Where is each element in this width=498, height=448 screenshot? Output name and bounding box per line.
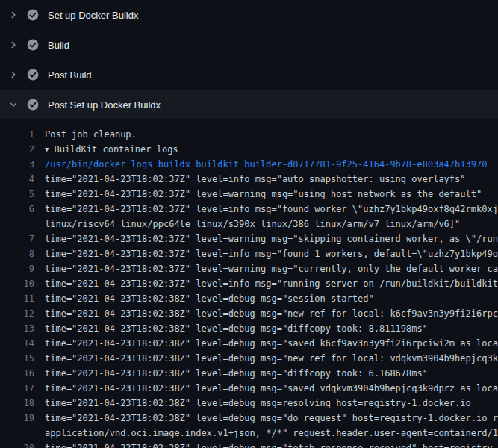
log-line-number[interactable]: 11 (0, 291, 34, 306)
log-line: 15 ▼time="2021-04-23T18:02:38Z" level=de… (0, 351, 498, 366)
check-circle-icon (27, 69, 39, 81)
log-line: 2 ▼BuildKit container logs (0, 142, 498, 157)
log-line-body: time="2021-04-23T18:02:37Z" level=info m… (45, 249, 498, 259)
log-line-body: time="2021-04-23T18:02:38Z" level=debug … (45, 293, 374, 304)
log-line: 9 ▼time="2021-04-23T18:02:37Z" level=war… (0, 261, 498, 276)
log-line-number[interactable]: 15 (0, 351, 34, 366)
log-line-text: ▼time="2021-04-23T18:02:38Z" level=debug… (34, 366, 498, 381)
log-line-number[interactable]: 19 (0, 411, 34, 426)
group-toggle-icon[interactable]: ▼ (45, 146, 49, 153)
log-line-number[interactable]: 2 (0, 142, 34, 157)
log-line: 4 ▼time="2021-04-23T18:02:37Z" level=inf… (0, 172, 498, 187)
log-line: 17 ▼time="2021-04-23T18:02:38Z" level=de… (0, 381, 498, 396)
log-line: 13 ▼time="2021-04-23T18:02:38Z" level=de… (0, 321, 498, 336)
log-line: 20 ▼time="2021-04-23T18:02:38Z" level=de… (0, 441, 498, 448)
log-line: 7 ▼time="2021-04-23T18:02:37Z" level=war… (0, 231, 498, 246)
log-line-text: ▼time="2021-04-23T18:02:38Z" level=debug… (34, 351, 498, 366)
log-line-body: time="2021-04-23T18:02:37Z" level=info m… (45, 204, 498, 214)
log-line-text: ▼/usr/bin/docker logs buildx_buildkit_bu… (34, 157, 498, 172)
log-line: 16 ▼time="2021-04-23T18:02:38Z" level=de… (0, 366, 498, 381)
log-line-number[interactable]: 20 (0, 441, 34, 448)
step-label: Post Set up Docker Buildx (48, 99, 161, 111)
log-line: ▼application/vnd.oci.image.index.v1+json… (0, 426, 498, 441)
log-line: 6 ▼time="2021-04-23T18:02:37Z" level=inf… (0, 202, 498, 217)
log-line-number[interactable] (0, 426, 34, 441)
step-header-set-up-docker-buildx[interactable]: Set up Docker Buildx (0, 0, 498, 30)
log-line: 12 ▼time="2021-04-23T18:02:38Z" level=de… (0, 306, 498, 321)
log-line-number[interactable]: 16 (0, 366, 34, 381)
log-line-number[interactable]: 7 (0, 231, 34, 246)
log-line-body: time="2021-04-23T18:02:37Z" level=warnin… (45, 189, 482, 199)
log-line: ▼linux/riscv64 linux/ppc64le linux/s390x… (0, 217, 498, 231)
step-header-build[interactable]: Build (0, 30, 498, 60)
log-line-body: linux/riscv64 linux/ppc64le linux/s390x … (45, 219, 460, 229)
step-header-post-build[interactable]: Post Build (0, 60, 498, 90)
step-label: Post Build (48, 69, 92, 81)
log-line-number[interactable]: 10 (0, 276, 34, 291)
log-line-text: ▼time="2021-04-23T18:02:37Z" level=info … (34, 276, 498, 291)
log-line: 1 ▼Post job cleanup. (0, 127, 498, 142)
log-line-number[interactable]: 6 (0, 202, 34, 217)
log-line-text: ▼time="2021-04-23T18:02:38Z" level=debug… (34, 411, 498, 426)
log-line-number[interactable]: 9 (0, 261, 34, 276)
log-line-text: ▼time="2021-04-23T18:02:38Z" level=debug… (34, 336, 498, 351)
log-line-body: Post job cleanup. (45, 129, 137, 140)
log-line-text: ▼time="2021-04-23T18:02:37Z" level=warni… (34, 231, 498, 246)
log-line-number[interactable]: 18 (0, 396, 34, 411)
check-circle-icon (27, 39, 39, 51)
log-line-text: ▼time="2021-04-23T18:02:37Z" level=info … (34, 202, 498, 217)
check-circle-icon (27, 9, 39, 21)
log-line-number[interactable] (0, 217, 34, 231)
log-line-body: time="2021-04-23T18:02:38Z" level=debug … (45, 443, 498, 448)
log-line-text: ▼BuildKit container logs (34, 142, 498, 157)
log-line-text: ▼time="2021-04-23T18:02:38Z" level=debug… (34, 396, 498, 411)
log-line-body: time="2021-04-23T18:02:38Z" level=debug … (45, 338, 498, 349)
log-line-body: BuildKit container logs (54, 144, 178, 155)
log-line-body: time="2021-04-23T18:02:37Z" level=warnin… (45, 234, 498, 244)
log-line-number[interactable]: 1 (0, 127, 34, 142)
log-line: 14 ▼time="2021-04-23T18:02:38Z" level=de… (0, 336, 498, 351)
log-line-body: time="2021-04-23T18:02:38Z" level=debug … (45, 353, 498, 364)
log-line-body: time="2021-04-23T18:02:38Z" level=debug … (45, 398, 471, 408)
log-line-text: ▼application/vnd.oci.image.index.v1+json… (34, 426, 498, 441)
log-line: 19 ▼time="2021-04-23T18:02:38Z" level=de… (0, 411, 498, 426)
log-line-body: application/vnd.oci.image.index.v1+json,… (45, 428, 498, 438)
step-header-post-set-up-docker-buildx[interactable]: Post Set up Docker Buildx (0, 90, 498, 119)
log-area: 1 ▼Post job cleanup. 2 ▼BuildKit contain… (0, 119, 498, 448)
log-line-text: ▼time="2021-04-23T18:02:38Z" level=debug… (34, 381, 498, 396)
log-line-body: time="2021-04-23T18:02:38Z" level=debug … (45, 308, 498, 319)
log-line-text: ▼time="2021-04-23T18:02:37Z" level=info … (34, 172, 498, 187)
log-line-body: time="2021-04-23T18:02:38Z" level=debug … (45, 368, 428, 379)
log-line-number[interactable]: 13 (0, 321, 34, 336)
log-line-number[interactable]: 17 (0, 381, 34, 396)
chevron-right-icon[interactable] (9, 100, 18, 109)
log-line-number[interactable]: 14 (0, 336, 34, 351)
step-list: Set up Docker Buildx Build P (0, 0, 498, 119)
check-circle-icon (27, 99, 39, 111)
log-line-number[interactable]: 12 (0, 306, 34, 321)
log-line-number[interactable]: 3 (0, 157, 34, 172)
log-line: 18 ▼time="2021-04-23T18:02:38Z" level=de… (0, 396, 498, 411)
chevron-right-icon[interactable] (9, 40, 18, 49)
log-line-text: ▼time="2021-04-23T18:02:38Z" level=debug… (34, 321, 498, 336)
log-line-body: time="2021-04-23T18:02:37Z" level=warnin… (45, 264, 498, 274)
log-line: 10 ▼time="2021-04-23T18:02:37Z" level=in… (0, 276, 498, 291)
log-line-body: /usr/bin/docker logs buildx_buildkit_bui… (45, 159, 487, 169)
log-line-body: time="2021-04-23T18:02:37Z" level=info m… (45, 279, 498, 289)
log-line: 11 ▼time="2021-04-23T18:02:38Z" level=de… (0, 291, 498, 306)
log-line-body: time="2021-04-23T18:02:37Z" level=info m… (45, 174, 466, 184)
log-line: 5 ▼time="2021-04-23T18:02:37Z" level=war… (0, 187, 498, 202)
log-line-text: ▼time="2021-04-23T18:02:38Z" level=debug… (34, 291, 498, 306)
log-line-body: time="2021-04-23T18:02:38Z" level=debug … (45, 413, 498, 423)
log-line-number[interactable]: 4 (0, 172, 34, 187)
log-line: 8 ▼time="2021-04-23T18:02:37Z" level=inf… (0, 246, 498, 261)
log-line-text: ▼time="2021-04-23T18:02:38Z" level=debug… (34, 441, 498, 448)
log-line-text: ▼time="2021-04-23T18:02:37Z" level=warni… (34, 187, 498, 202)
log-line: 3 ▼/usr/bin/docker logs buildx_buildkit_… (0, 157, 498, 172)
log-line-body: time="2021-04-23T18:02:38Z" level=debug … (45, 323, 428, 334)
chevron-right-icon[interactable] (9, 10, 18, 19)
chevron-right-icon[interactable] (9, 70, 18, 79)
log-line-number[interactable]: 8 (0, 246, 34, 261)
step-label: Set up Docker Buildx (48, 10, 138, 21)
log-line-number[interactable]: 5 (0, 187, 34, 202)
